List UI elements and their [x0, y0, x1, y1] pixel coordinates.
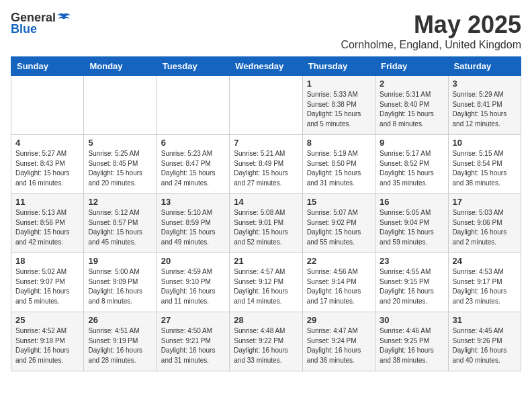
- cell-w3-d2: 12Sunrise: 5:12 AM Sunset: 8:57 PM Dayli…: [84, 194, 157, 253]
- day-number: 23: [380, 256, 443, 266]
- cell-w4-d2: 19Sunrise: 5:00 AM Sunset: 9:09 PM Dayli…: [84, 253, 157, 312]
- day-number: 26: [88, 315, 152, 325]
- cell-w5-d7: 31Sunrise: 4:45 AM Sunset: 9:26 PM Dayli…: [448, 312, 521, 371]
- cell-w2-d5: 8Sunrise: 5:19 AM Sunset: 8:50 PM Daylig…: [302, 135, 375, 194]
- week-row-4: 18Sunrise: 5:02 AM Sunset: 9:07 PM Dayli…: [11, 253, 521, 312]
- cell-w1-d6: 2Sunrise: 5:31 AM Sunset: 8:40 PM Daylig…: [375, 76, 448, 135]
- cell-content: Sunrise: 4:51 AM Sunset: 9:19 PM Dayligh…: [88, 326, 152, 365]
- week-row-2: 4Sunrise: 5:27 AM Sunset: 8:43 PM Daylig…: [11, 135, 521, 194]
- cell-content: Sunrise: 5:23 AM Sunset: 8:47 PM Dayligh…: [161, 149, 225, 188]
- cell-content: Sunrise: 4:59 AM Sunset: 9:10 PM Dayligh…: [161, 267, 225, 306]
- day-number: 8: [307, 138, 371, 148]
- day-number: 13: [161, 197, 225, 207]
- day-number: 19: [88, 256, 152, 266]
- cell-w1-d4: [230, 76, 302, 135]
- cell-w4-d1: 18Sunrise: 5:02 AM Sunset: 9:07 PM Dayli…: [11, 253, 84, 312]
- logo-blue-text: Blue: [11, 22, 37, 36]
- cell-w1-d3: [157, 76, 229, 135]
- calendar-subtitle: Cornholme, England, United Kingdom: [341, 39, 521, 51]
- cell-content: Sunrise: 5:17 AM Sunset: 8:52 PM Dayligh…: [380, 149, 443, 188]
- day-number: 27: [161, 315, 225, 325]
- title-area: May 2025 Cornholme, England, United King…: [341, 11, 521, 51]
- cell-content: Sunrise: 4:46 AM Sunset: 9:25 PM Dayligh…: [380, 326, 443, 365]
- day-number: 20: [161, 256, 225, 266]
- header-thursday: Thursday: [302, 57, 375, 76]
- cell-w2-d1: 4Sunrise: 5:27 AM Sunset: 8:43 PM Daylig…: [11, 135, 84, 194]
- cell-content: Sunrise: 5:31 AM Sunset: 8:40 PM Dayligh…: [380, 90, 443, 129]
- cell-w4-d3: 20Sunrise: 4:59 AM Sunset: 9:10 PM Dayli…: [157, 253, 229, 312]
- cell-w3-d3: 13Sunrise: 5:10 AM Sunset: 8:59 PM Dayli…: [157, 194, 229, 253]
- day-number: 6: [161, 138, 225, 148]
- cell-content: Sunrise: 5:08 AM Sunset: 9:01 PM Dayligh…: [234, 208, 298, 247]
- day-number: 22: [307, 256, 371, 266]
- header-friday: Friday: [375, 57, 448, 76]
- week-row-1: 1Sunrise: 5:33 AM Sunset: 8:38 PM Daylig…: [11, 76, 521, 135]
- cell-w3-d1: 11Sunrise: 5:13 AM Sunset: 8:56 PM Dayli…: [11, 194, 84, 253]
- header: General Blue May 2025 Cornholme, England…: [11, 11, 521, 51]
- cell-content: Sunrise: 5:13 AM Sunset: 8:56 PM Dayligh…: [15, 208, 79, 247]
- week-row-5: 25Sunrise: 4:52 AM Sunset: 9:18 PM Dayli…: [11, 312, 521, 371]
- cell-w5-d5: 29Sunrise: 4:47 AM Sunset: 9:24 PM Dayli…: [302, 312, 375, 371]
- cell-w3-d4: 14Sunrise: 5:08 AM Sunset: 9:01 PM Dayli…: [230, 194, 302, 253]
- cell-content: Sunrise: 5:10 AM Sunset: 8:59 PM Dayligh…: [161, 208, 225, 247]
- day-number: 24: [453, 256, 517, 266]
- cell-content: Sunrise: 5:00 AM Sunset: 9:09 PM Dayligh…: [88, 267, 152, 306]
- day-number: 1: [307, 79, 371, 89]
- day-number: 15: [307, 197, 371, 207]
- day-number: 2: [380, 79, 443, 89]
- day-number: 7: [234, 138, 298, 148]
- day-number: 4: [15, 138, 79, 148]
- cell-content: Sunrise: 4:50 AM Sunset: 9:21 PM Dayligh…: [161, 326, 225, 365]
- cell-content: Sunrise: 5:05 AM Sunset: 9:04 PM Dayligh…: [380, 208, 443, 247]
- header-sunday: Sunday: [11, 57, 84, 76]
- cell-content: Sunrise: 4:45 AM Sunset: 9:26 PM Dayligh…: [453, 326, 517, 365]
- day-number: 11: [15, 197, 79, 207]
- cell-content: Sunrise: 5:25 AM Sunset: 8:45 PM Dayligh…: [88, 149, 152, 188]
- cell-w5-d4: 28Sunrise: 4:48 AM Sunset: 9:22 PM Dayli…: [230, 312, 302, 371]
- cell-w3-d7: 17Sunrise: 5:03 AM Sunset: 9:06 PM Dayli…: [448, 194, 521, 253]
- cell-content: Sunrise: 5:15 AM Sunset: 8:54 PM Dayligh…: [453, 149, 517, 188]
- day-number: 9: [380, 138, 443, 148]
- header-saturday: Saturday: [448, 57, 521, 76]
- day-number: 29: [307, 315, 371, 325]
- cell-w5-d3: 27Sunrise: 4:50 AM Sunset: 9:21 PM Dayli…: [157, 312, 229, 371]
- cell-content: Sunrise: 5:21 AM Sunset: 8:49 PM Dayligh…: [234, 149, 298, 188]
- day-number: 17: [453, 197, 517, 207]
- cell-w3-d6: 16Sunrise: 5:05 AM Sunset: 9:04 PM Dayli…: [375, 194, 448, 253]
- cell-content: Sunrise: 4:56 AM Sunset: 9:14 PM Dayligh…: [307, 267, 371, 306]
- cell-content: Sunrise: 5:07 AM Sunset: 9:02 PM Dayligh…: [307, 208, 371, 247]
- cell-w1-d7: 3Sunrise: 5:29 AM Sunset: 8:41 PM Daylig…: [448, 76, 521, 135]
- header-tuesday: Tuesday: [157, 57, 229, 76]
- cell-w2-d7: 10Sunrise: 5:15 AM Sunset: 8:54 PM Dayli…: [448, 135, 521, 194]
- day-number: 12: [88, 197, 152, 207]
- logo: General Blue: [11, 11, 72, 36]
- cell-content: Sunrise: 5:03 AM Sunset: 9:06 PM Dayligh…: [453, 208, 517, 247]
- cell-w5-d1: 25Sunrise: 4:52 AM Sunset: 9:18 PM Dayli…: [11, 312, 84, 371]
- day-number: 25: [15, 315, 79, 325]
- cell-content: Sunrise: 5:02 AM Sunset: 9:07 PM Dayligh…: [15, 267, 79, 306]
- cell-w4-d4: 21Sunrise: 4:57 AM Sunset: 9:12 PM Dayli…: [230, 253, 302, 312]
- cell-w1-d2: [84, 76, 157, 135]
- cell-content: Sunrise: 4:57 AM Sunset: 9:12 PM Dayligh…: [234, 267, 298, 306]
- cell-content: Sunrise: 5:33 AM Sunset: 8:38 PM Dayligh…: [307, 90, 371, 129]
- cell-content: Sunrise: 5:19 AM Sunset: 8:50 PM Dayligh…: [307, 149, 371, 188]
- cell-content: Sunrise: 5:29 AM Sunset: 8:41 PM Dayligh…: [453, 90, 517, 129]
- day-number: 30: [380, 315, 443, 325]
- logo-bird-icon: [57, 13, 71, 24]
- day-number: 28: [234, 315, 298, 325]
- cell-w2-d2: 5Sunrise: 5:25 AM Sunset: 8:45 PM Daylig…: [84, 135, 157, 194]
- cell-w5-d2: 26Sunrise: 4:51 AM Sunset: 9:19 PM Dayli…: [84, 312, 157, 371]
- calendar-header-row: SundayMondayTuesdayWednesdayThursdayFrid…: [11, 57, 521, 76]
- header-wednesday: Wednesday: [230, 57, 302, 76]
- cell-content: Sunrise: 5:27 AM Sunset: 8:43 PM Dayligh…: [15, 149, 79, 188]
- cell-w1-d1: [11, 76, 84, 135]
- cell-content: Sunrise: 5:12 AM Sunset: 8:57 PM Dayligh…: [88, 208, 152, 247]
- cell-content: Sunrise: 4:47 AM Sunset: 9:24 PM Dayligh…: [307, 326, 371, 365]
- cell-w5-d6: 30Sunrise: 4:46 AM Sunset: 9:25 PM Dayli…: [375, 312, 448, 371]
- cell-w4-d5: 22Sunrise: 4:56 AM Sunset: 9:14 PM Dayli…: [302, 253, 375, 312]
- day-number: 21: [234, 256, 298, 266]
- day-number: 3: [453, 79, 517, 89]
- day-number: 5: [88, 138, 152, 148]
- day-number: 10: [453, 138, 517, 148]
- day-number: 18: [15, 256, 79, 266]
